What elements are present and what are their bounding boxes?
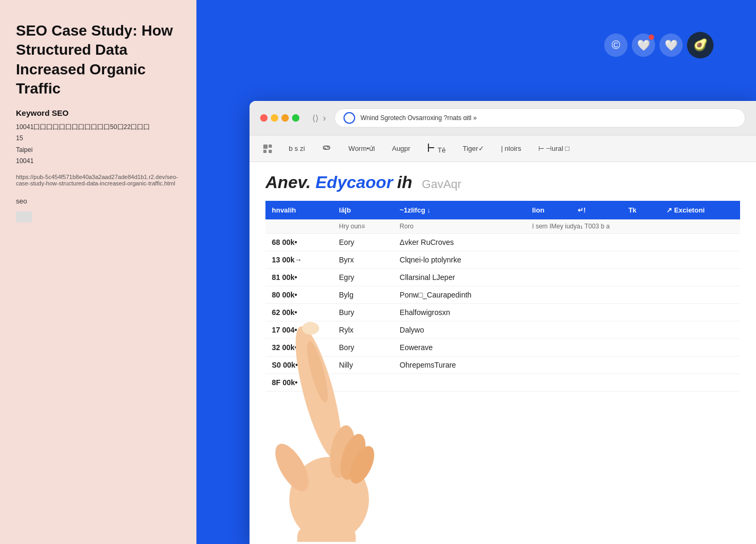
- icon-heart: 🤍: [637, 39, 650, 52]
- svg-rect-3: [269, 150, 272, 153]
- icon-circle-1[interactable]: ©: [604, 33, 628, 57]
- nav-item-worm[interactable]: Worm•ứi: [345, 142, 378, 155]
- nav-item-augpr[interactable]: Augpr: [389, 142, 414, 155]
- left-panel: SEO Case Study: How Structured Data Incr…: [0, 0, 196, 544]
- icon-heart-2: 🤍: [665, 39, 678, 52]
- subheader-cell-3: Roro: [393, 219, 526, 234]
- meta-line-2: 15: [16, 133, 181, 144]
- col-header-8: ↗ Excietoni: [660, 201, 740, 219]
- address-circle-icon: [343, 112, 355, 124]
- avocado-icon[interactable]: 🥑: [687, 32, 714, 58]
- col-header-4: lion: [526, 201, 571, 219]
- nav-home-icon[interactable]: [260, 141, 275, 156]
- meta-line-1: 10041囗囗囗囗囗囗囗囗囗囗囗囗50囗22囗囗囗: [16, 122, 181, 133]
- address-bar[interactable]: Wnind Sgrotech Ovsarroxing ?rnats αitl »: [334, 108, 745, 128]
- keyword-label: Keyword SEO: [16, 108, 181, 117]
- svg-point-5: [302, 322, 319, 335]
- nav-back-icon[interactable]: ⟨⟩: [312, 113, 319, 123]
- cell-val-3: Eowerave: [393, 339, 526, 356]
- page-heading-sub: GavAqr: [422, 177, 462, 191]
- browser-chrome: ⟨⟩ › Wnind Sgrotech Ovsarroxing ?rnats α…: [250, 101, 756, 135]
- col-header-5: ↵!: [571, 201, 609, 219]
- col-header-3: ~1zlifcg ↓: [393, 201, 526, 219]
- svg-rect-0: [263, 144, 268, 149]
- table-row: 68 00k• Eory Δvker RuCroves: [265, 234, 740, 251]
- hand-pointer-illustration: [239, 266, 388, 544]
- cell-val-3: OhrepemsTurare: [393, 356, 526, 374]
- top-icons-bar: © 🤍 🤍 🥑: [604, 32, 714, 58]
- cell-val-1: 68 00k•: [265, 234, 333, 251]
- meta-line-4: 10041: [16, 156, 181, 167]
- col-header-1: hnvalih: [265, 201, 333, 219]
- page-url: https://pub-5c454f571b8e40a3a2aad27ade84…: [16, 174, 181, 186]
- traffic-light-orange[interactable]: [281, 114, 289, 122]
- nav-item-nloirs[interactable]: | nloirs: [498, 142, 525, 155]
- col-header-6: [609, 201, 622, 219]
- subheader-cell-1: [265, 219, 333, 234]
- traffic-lights: [260, 114, 299, 122]
- browser-nav: b s zi Worm•ứi Augpr Tē Tiger✓ | nloirs …: [250, 135, 756, 162]
- address-text: Wnind Sgrotech Ovsarroxing ?rnats αitl »: [360, 114, 736, 122]
- icon-circle-2[interactable]: 🤍: [632, 33, 655, 57]
- col-header-2: lā|b: [333, 201, 393, 219]
- nav-item-tiger[interactable]: Tiger✓: [459, 142, 487, 155]
- traffic-light-green[interactable]: [292, 114, 299, 122]
- cell-val-3: Dalywo: [393, 321, 526, 339]
- page-heading-blue: Anev. Edycaoor: [265, 173, 393, 192]
- icon-c: ©: [612, 38, 620, 52]
- cell-val-3: Clqnei-lo ptolynrke: [393, 251, 526, 269]
- meta-info: 10041囗囗囗囗囗囗囗囗囗囗囗囗50囗22囗囗囗 15 Taipei 1004…: [16, 122, 181, 167]
- cell-val-3: Cllarsinal LJeper: [393, 269, 526, 286]
- page-heading-area: Anev. Edycaoor ih GavAqr: [265, 173, 740, 192]
- subheader-cell-4: I sem IMey iudya₁ T003 b a: [526, 219, 660, 234]
- cell-val-3: Δvker RuCroves: [393, 234, 526, 251]
- nav-item-ural[interactable]: ⊢ ⊣ural □: [535, 142, 573, 155]
- nav-item-link[interactable]: [319, 141, 334, 156]
- traffic-light-red[interactable]: [260, 114, 268, 122]
- nav-forward-icon[interactable]: ›: [323, 113, 326, 124]
- svg-rect-11: [297, 526, 356, 542]
- nav-controls: ⟨⟩ ›: [312, 113, 326, 124]
- table-subheader-row: Hry oun≡ Roro I sem IMey iudya₁ T003 b a: [265, 219, 740, 234]
- nav-item-te[interactable]: Tē: [424, 141, 449, 156]
- cell-val-3: Ehalfowigrosxn: [393, 304, 526, 321]
- tag-label: seo: [16, 197, 181, 205]
- icon-circle-3[interactable]: 🤍: [659, 33, 683, 57]
- traffic-light-yellow[interactable]: [271, 114, 278, 122]
- page-heading-dark: ih: [397, 173, 412, 192]
- tag-box: [16, 211, 32, 222]
- nav-item-bszi[interactable]: b s zi: [286, 142, 308, 155]
- subheader-cell-2: Hry oun≡: [333, 219, 393, 234]
- col-header-7: Tk: [622, 201, 660, 219]
- svg-rect-2: [263, 150, 267, 153]
- svg-rect-1: [269, 144, 272, 148]
- page-title: SEO Case Study: How Structured Data Incr…: [16, 21, 181, 99]
- right-area: © 🤍 🤍 🥑 ⟨⟩ ›: [196, 0, 756, 544]
- subheader-cell-5: [660, 219, 740, 234]
- meta-line-3: Taipei: [16, 144, 181, 156]
- table-header-row: hnvalih lā|b ~1zlifcg ↓ lion ↵! Tk ↗ Exc…: [265, 201, 740, 219]
- cell-val-3: Ponw□_Caurapedinth: [393, 286, 526, 304]
- notification-badge: [649, 35, 654, 40]
- cell-val-2: Eory: [333, 234, 393, 251]
